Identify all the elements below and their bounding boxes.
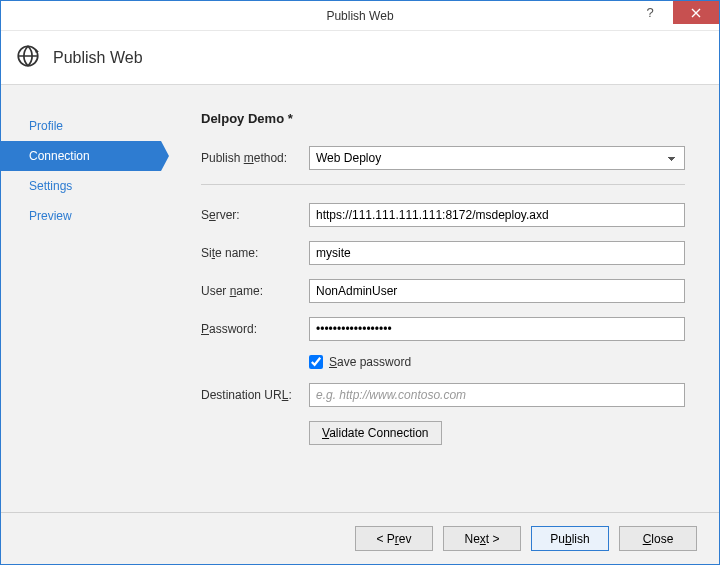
- globe-icon: [15, 43, 41, 72]
- publish-method-select[interactable]: Web Deploy: [309, 146, 685, 170]
- user-name-label: User name:: [201, 284, 309, 298]
- server-row: Server:: [201, 203, 685, 227]
- header-title: Publish Web: [53, 49, 143, 67]
- destination-url-row: Destination URL:: [201, 383, 685, 407]
- password-row: Password:: [201, 317, 685, 341]
- user-name-input[interactable]: [309, 279, 685, 303]
- profile-title: Delpoy Demo *: [201, 111, 685, 126]
- sidebar-item-settings[interactable]: Settings: [1, 171, 161, 201]
- close-dialog-button[interactable]: Close: [619, 526, 697, 551]
- save-password-row: Save password: [309, 355, 685, 369]
- password-input[interactable]: [309, 317, 685, 341]
- titlebar: Publish Web ?: [1, 1, 719, 31]
- dialog-body: Profile Connection Settings Preview Delp…: [1, 85, 719, 512]
- password-label: Password:: [201, 322, 309, 336]
- header: Publish Web: [1, 31, 719, 85]
- publish-method-row: Publish method: Web Deploy: [201, 146, 685, 170]
- server-label: Server:: [201, 208, 309, 222]
- close-button[interactable]: [673, 1, 719, 24]
- sidebar-item-connection[interactable]: Connection: [1, 141, 161, 171]
- destination-url-input[interactable]: [309, 383, 685, 407]
- next-button[interactable]: Next >: [443, 526, 521, 551]
- user-name-row: User name:: [201, 279, 685, 303]
- site-name-input[interactable]: [309, 241, 685, 265]
- titlebar-buttons: ?: [627, 1, 719, 30]
- footer: < Prev Next > Publish Close: [1, 512, 719, 564]
- sidebar-item-label: Connection: [29, 149, 90, 163]
- sidebar-item-label: Preview: [29, 209, 72, 223]
- help-button[interactable]: ?: [627, 1, 673, 24]
- save-password-label: Save password: [329, 355, 411, 369]
- sidebar-item-label: Settings: [29, 179, 72, 193]
- publish-button[interactable]: Publish: [531, 526, 609, 551]
- sidebar: Profile Connection Settings Preview: [1, 85, 161, 512]
- destination-url-label: Destination URL:: [201, 388, 309, 402]
- save-password-checkbox[interactable]: [309, 355, 323, 369]
- site-name-label: Site name:: [201, 246, 309, 260]
- close-icon: [691, 8, 701, 18]
- validate-connection-button[interactable]: Validate Connection: [309, 421, 442, 445]
- site-name-row: Site name:: [201, 241, 685, 265]
- main-panel: Delpoy Demo * Publish method: Web Deploy…: [161, 85, 719, 512]
- prev-button[interactable]: < Prev: [355, 526, 433, 551]
- sidebar-item-label: Profile: [29, 119, 63, 133]
- window-title: Publish Web: [326, 9, 393, 23]
- publish-method-label: Publish method:: [201, 151, 309, 165]
- sidebar-item-profile[interactable]: Profile: [1, 111, 161, 141]
- divider: [201, 184, 685, 185]
- publish-web-dialog: Publish Web ? Publish Web Profile Connec…: [0, 0, 720, 565]
- server-input[interactable]: [309, 203, 685, 227]
- sidebar-item-preview[interactable]: Preview: [1, 201, 161, 231]
